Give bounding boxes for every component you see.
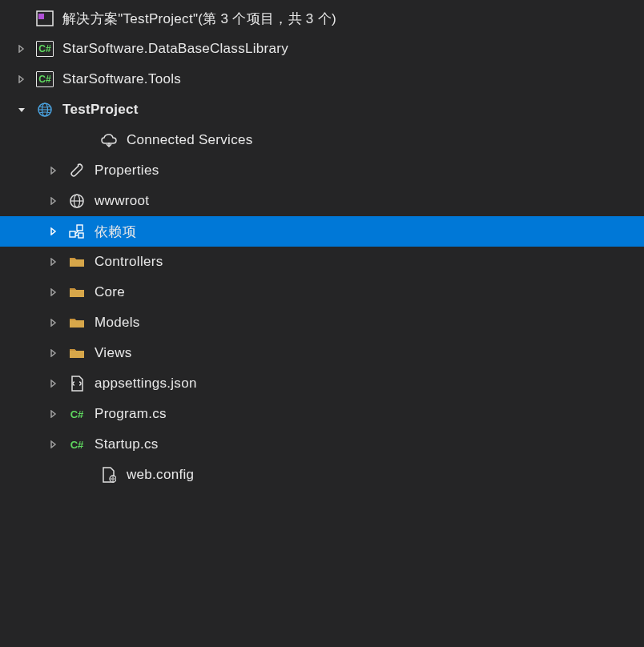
node-label: Startup.cs	[95, 436, 159, 452]
globe-icon	[66, 191, 88, 211]
node-label: 依赖项	[95, 223, 136, 241]
solution-node[interactable]: 解决方案"TestProject"(第 3 个项目，共 3 个)	[0, 3, 644, 34]
startup-file[interactable]: C# Startup.cs	[0, 429, 644, 460]
chevron-right-icon[interactable]	[46, 437, 61, 452]
node-label: Properties	[95, 163, 159, 179]
node-label: Controllers	[95, 254, 163, 270]
webconfig-file[interactable]: web.config	[0, 460, 644, 490]
config-file-icon	[98, 465, 120, 484]
folder-icon	[66, 344, 88, 363]
svg-rect-11	[78, 233, 83, 238]
node-label: Core	[95, 284, 125, 300]
chevron-right-icon[interactable]	[46, 163, 61, 178]
csharp-file-icon: C#	[66, 404, 88, 424]
folder-icon	[66, 252, 88, 271]
project-label: StarSoftware.DataBaseClassLibrary	[62, 41, 288, 57]
chevron-right-icon[interactable]	[46, 285, 61, 299]
folder-icon	[66, 283, 88, 302]
csharp-project-icon: C#	[34, 70, 56, 89]
chevron-right-icon[interactable]	[14, 72, 29, 86]
references-icon	[66, 222, 88, 241]
svg-rect-9	[70, 231, 75, 237]
csharp-project-icon: C#	[34, 39, 56, 58]
node-label: appsettings.json	[95, 376, 197, 392]
cloud-icon	[98, 131, 120, 150]
csharp-file-icon: C#	[66, 435, 88, 454]
chevron-right-icon[interactable]	[14, 42, 29, 56]
folder-icon	[66, 313, 88, 332]
chevron-down-icon[interactable]	[14, 102, 29, 117]
properties-node[interactable]: Properties	[0, 155, 644, 186]
solution-icon	[34, 9, 56, 28]
chevron-right-icon[interactable]	[46, 255, 61, 269]
json-file-icon	[66, 374, 88, 393]
program-file[interactable]: C# Program.cs	[0, 399, 644, 429]
web-project-icon	[34, 100, 56, 119]
project-node-tools[interactable]: C# StarSoftware.Tools	[0, 64, 644, 94]
connected-services-node[interactable]: Connected Services	[0, 125, 644, 155]
node-label: Views	[95, 345, 132, 361]
chevron-right-icon[interactable]	[46, 346, 61, 360]
node-label: web.config	[127, 467, 194, 483]
node-label: Models	[95, 315, 140, 331]
svg-rect-10	[77, 225, 83, 231]
views-folder[interactable]: Views	[0, 338, 644, 368]
appsettings-file[interactable]: appsettings.json	[0, 368, 644, 399]
models-folder[interactable]: Models	[0, 307, 644, 338]
svg-rect-1	[38, 14, 44, 19]
chevron-right-icon[interactable]	[46, 194, 61, 208]
project-label: StarSoftware.Tools	[62, 71, 181, 87]
chevron-right-icon[interactable]	[46, 407, 61, 421]
wwwroot-node[interactable]: wwwroot	[0, 186, 644, 216]
controllers-folder[interactable]: Controllers	[0, 247, 644, 277]
solution-label: 解决方案"TestProject"(第 3 个项目，共 3 个)	[62, 10, 336, 28]
node-label: Connected Services	[127, 132, 253, 148]
project-node-testproject[interactable]: TestProject	[0, 94, 644, 125]
node-label: wwwroot	[95, 193, 149, 209]
project-label: TestProject	[62, 102, 139, 118]
dependencies-node[interactable]: 依赖项	[0, 216, 644, 247]
chevron-right-icon[interactable]	[46, 376, 61, 391]
node-label: Program.cs	[95, 406, 167, 422]
core-folder[interactable]: Core	[0, 277, 644, 307]
chevron-right-icon[interactable]	[46, 315, 61, 330]
solution-explorer-tree: 解决方案"TestProject"(第 3 个项目，共 3 个) C# Star…	[0, 0, 644, 490]
wrench-icon	[66, 161, 88, 180]
chevron-right-icon[interactable]	[46, 224, 61, 239]
project-node-databaseclasslibrary[interactable]: C# StarSoftware.DataBaseClassLibrary	[0, 34, 644, 64]
